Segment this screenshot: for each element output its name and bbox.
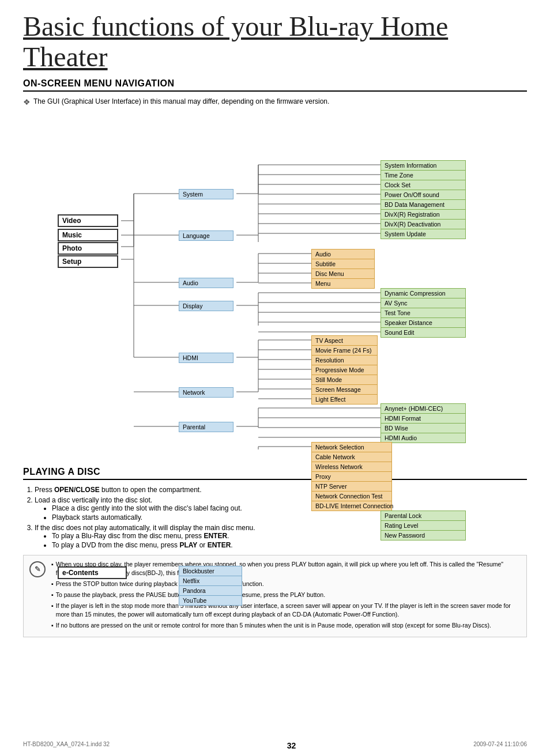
sub-net-conn-test: Network Connection Test [311,491,392,501]
sub-anynet: Anynet+ (HDMI-CEC) [381,403,466,414]
sub-bdlive: BD-LIVE Internet Connection [311,501,392,511]
menu-audio: Audio [179,278,233,288]
sub-netflix: Netflix [179,576,242,586]
footer: HT-BD8200_XAA_0724-1.indd 32 32 2009-07-… [0,741,550,750]
sub-pandora: Pandora [179,585,242,596]
sub-system-info: System Information [381,160,466,171]
sub-speaker-distance: Speaker Distance [381,317,466,328]
sub-power-sound: Power On/Off sound [381,190,466,200]
diamond-icon: ❖ [23,97,31,107]
menu-system: System [179,189,233,199]
sub-proxy: Proxy [311,471,392,482]
sub-lang-discmenu: Disc Menu [311,269,375,279]
sub-youtube: YouTube [179,595,242,606]
sub-av-sync: AV Sync [381,298,466,308]
sub-blockbuster: Blockbuster [179,566,242,576]
sub-ntp: NTP Server [311,481,392,492]
page-title: Basic functions of your Blu-ray Home The… [23,12,527,73]
sub-bd-wise: BD Wise [381,423,466,433]
sub-hdmi-audio: HDMI Audio [381,433,466,443]
sub-screen-msg: Screen Message [311,384,378,395]
sub-lang-menu: Menu [311,278,375,289]
sub-divx-deact: DivX(R) Deactivation [381,219,466,229]
sub-movie-frame: Movie Frame (24 Fs) [311,345,378,356]
sub-hdmi-format: HDMI Format [381,413,466,424]
sub-progressive: Progressive Mode [311,365,378,375]
sub-wireless: Wireless Network [311,462,392,472]
step3-enter2: ENTER [208,541,231,549]
menu-photo: Photo [58,242,118,255]
step3-play: PLAY [179,541,197,549]
note-icon: ✎ [29,561,46,577]
step3-bullet2: To play a DVD from the disc menu, press … [52,541,527,549]
section1-header: ON-SCREEN MENU NAVIGATION [23,78,527,92]
note3: To pause the playback, press the PAUSE b… [51,591,521,600]
step1: Press OPEN/CLOSE button to open the comp… [35,486,527,494]
menu-hdmi: HDMI [179,353,233,363]
sub-lang-audio: Audio [311,249,375,259]
sub-network-sel: Network Selection [311,442,392,452]
sub-light-effect: Light Effect [311,394,378,405]
playing-section: Press OPEN/CLOSE button to open the comp… [23,486,527,637]
section1-note: ❖ The GUI (Graphical User Interface) in … [23,97,527,107]
sub-parental-lock: Parental Lock [381,511,466,521]
menu-network: Network [179,387,233,398]
sub-dynamic-comp: Dynamic Compression [381,288,466,298]
note2: Press the STOP button twice during playb… [51,580,521,589]
step1-bold: OPEN/CLOSE [54,486,100,494]
menu-econtents: e-Contents [58,566,127,579]
sub-divx-reg: DivX(R) Registration [381,209,466,220]
footer-right: 2009-07-24 11:10:06 [473,741,527,750]
menu-diagram: Video Music Photo Setup System Language … [23,115,527,449]
sub-cable-network: Cable Network [311,452,392,462]
sub-resolution: Resolution [311,355,378,365]
sub-lang-subtitle: Subtitle [311,259,375,269]
sub-time-zone: Time Zone [381,170,466,180]
sub-test-tone: Test Tone [381,308,466,318]
note5: If no buttons are pressed on the unit or… [51,621,521,630]
sub-clock-set: Clock Set [381,180,466,190]
menu-video: Video [58,214,118,227]
sub-tv-aspect: TV Aspect [311,335,378,346]
section2-header: PLAYING A DISC [23,467,527,480]
note4: If the player is left in the stop mode m… [51,602,521,620]
menu-music: Music [58,229,118,241]
page-number: 32 [287,741,296,750]
sub-new-password: New Password [381,530,466,540]
sub-sound-edit: Sound Edit [381,327,466,338]
menu-parental: Parental [179,422,233,432]
sub-rating-level: Rating Level [381,520,466,531]
sub-still-mode: Still Mode [311,375,378,385]
menu-language: Language [179,230,233,241]
menu-setup: Setup [58,255,118,268]
step3-enter1: ENTER [204,532,227,540]
footer-left: HT-BD8200_XAA_0724-1.indd 32 [23,741,110,750]
menu-display: Display [179,301,233,311]
sub-bd-data: BD Data Management [381,199,466,210]
sub-system-update: System Update [381,229,466,239]
